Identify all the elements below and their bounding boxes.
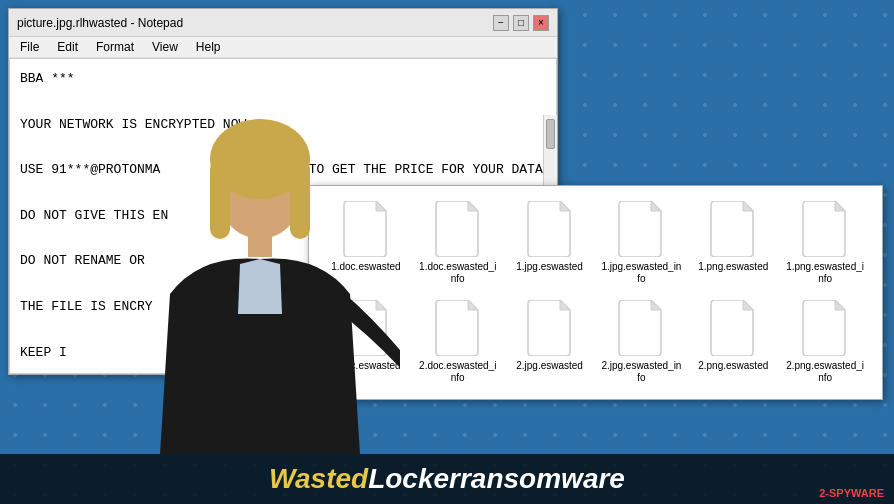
file-icon: [526, 201, 574, 257]
file-label: 2.jpg.eswasted: [516, 360, 583, 372]
notepad-menubar: File Edit Format View Help: [9, 37, 557, 58]
banner-wasted-text: Wasted: [269, 463, 368, 495]
svg-rect-3: [210, 159, 230, 239]
list-item[interactable]: 1.doc.eswasted_info: [416, 201, 500, 285]
minimize-button[interactable]: −: [493, 15, 509, 31]
person-image: [120, 94, 400, 454]
list-item[interactable]: 2.png.eswasted: [691, 300, 775, 384]
file-icon: [801, 300, 849, 356]
menu-format[interactable]: Format: [93, 39, 137, 55]
menu-file[interactable]: File: [17, 39, 42, 55]
titlebar-buttons: − □ ×: [493, 15, 549, 31]
file-icon: [617, 201, 665, 257]
menu-help[interactable]: Help: [193, 39, 224, 55]
close-button[interactable]: ×: [533, 15, 549, 31]
list-item[interactable]: 1.jpg.eswasted: [508, 201, 592, 285]
list-item[interactable]: 2.doc.eswasted_info: [416, 300, 500, 384]
menu-edit[interactable]: Edit: [54, 39, 81, 55]
banner-locker-text: Locker: [368, 463, 460, 495]
file-label: 1.png.eswasted: [698, 261, 768, 273]
list-item[interactable]: 2.jpg.eswasted_info: [600, 300, 684, 384]
list-item[interactable]: 2.jpg.eswasted: [508, 300, 592, 384]
file-label: 2.jpg.eswasted_info: [601, 360, 681, 384]
list-item[interactable]: 1.png.eswasted: [691, 201, 775, 285]
file-label: 2.png.eswasted: [698, 360, 768, 372]
svg-rect-5: [248, 232, 272, 257]
file-icon: [709, 300, 757, 356]
file-label: 1.doc.eswasted_info: [419, 261, 496, 285]
notepad-titlebar: picture.jpg.rlhwasted - Notepad − □ ×: [9, 9, 557, 37]
file-icon: [801, 201, 849, 257]
file-label: 2.doc.eswasted_info: [419, 360, 496, 384]
menu-view[interactable]: View: [149, 39, 181, 55]
file-icon: [434, 201, 482, 257]
banner-title: WastedLocker ransomware: [269, 463, 625, 495]
list-item[interactable]: 2.png.eswasted_info: [783, 300, 867, 384]
file-icon: [526, 300, 574, 356]
bottom-banner: WastedLocker ransomware 2-SPYWARE: [0, 454, 894, 504]
file-icon: [617, 300, 665, 356]
svg-rect-4: [290, 159, 310, 239]
list-item[interactable]: 1.jpg.eswasted_info: [600, 201, 684, 285]
file-label: 1.jpg.eswasted_info: [601, 261, 681, 285]
scrollbar-thumb[interactable]: [546, 119, 555, 149]
file-icon: [434, 300, 482, 356]
file-label: 2.png.eswasted_info: [786, 360, 864, 384]
notepad-title: picture.jpg.rlhwasted - Notepad: [17, 16, 183, 30]
file-icon: [709, 201, 757, 257]
line-bba: BBA ***: [20, 69, 546, 90]
banner-ransomware-text: ransomware: [460, 463, 625, 495]
maximize-button[interactable]: □: [513, 15, 529, 31]
banner-logo: 2-SPYWARE: [819, 487, 884, 499]
list-item[interactable]: 1.png.eswasted_info: [783, 201, 867, 285]
file-label: 1.jpg.eswasted: [516, 261, 583, 273]
file-label: 1.png.eswasted_info: [786, 261, 864, 285]
